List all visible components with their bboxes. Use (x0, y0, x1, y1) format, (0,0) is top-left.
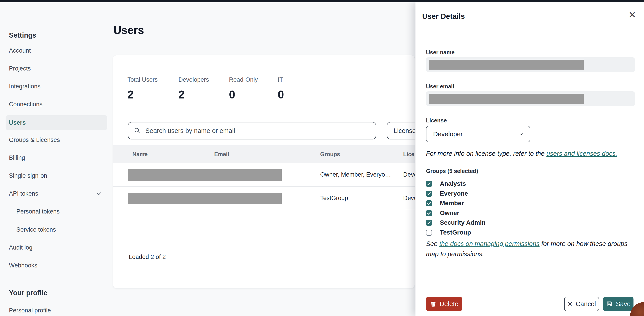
user-name-label: User name (426, 49, 454, 56)
stat-value: 2 (178, 88, 209, 101)
row-groups-cell: TestGroup (320, 187, 348, 210)
group-label: Everyone (440, 190, 468, 197)
stat-total-users: Total Users 2 (128, 76, 158, 101)
top-bar (0, 0, 644, 2)
cancel-button[interactable]: ✕ Cancel (564, 297, 599, 311)
license-select-value: Developer (433, 130, 463, 138)
search-input[interactable] (145, 127, 370, 135)
stat-developers: Developers 2 (178, 76, 209, 101)
table-row[interactable]: Owner, Member, Everyo… Developer (113, 163, 415, 187)
cancel-button-label: Cancel (576, 300, 596, 308)
groups-label: Groups (5 selected) (426, 168, 478, 174)
users-licenses-docs-link[interactable]: users and licenses docs. (546, 150, 618, 157)
sidebar-heading-settings: Settings (9, 30, 36, 41)
column-header-license[interactable]: License (403, 145, 415, 163)
delete-button[interactable]: Delete (426, 297, 462, 311)
save-disk-icon (606, 300, 613, 307)
sidebar-item-personal-profile[interactable]: Personal profile (9, 305, 51, 316)
group-checkbox-analysts[interactable]: Analysts (426, 179, 466, 188)
table-row[interactable]: TestGroup Developer (113, 187, 415, 210)
sidebar-item-account[interactable]: Account (9, 45, 31, 56)
group-label: Security Admin (440, 219, 486, 226)
sidebar-item-users[interactable]: Users (6, 115, 107, 130)
loaded-status: Loaded 2 of 2 (129, 253, 166, 260)
stat-label: Read-Only (229, 76, 258, 83)
row-groups-cell: Owner, Member, Everyo… (320, 163, 391, 186)
x-icon: ✕ (567, 300, 572, 308)
group-checkbox-everyone[interactable]: Everyone (426, 189, 468, 198)
group-checkbox-security-admin[interactable]: Security Admin (426, 218, 486, 227)
group-checkbox-member[interactable]: Member (426, 199, 464, 207)
sort-ascending-icon[interactable]: ^ (144, 146, 146, 164)
close-icon[interactable]: ✕ (628, 10, 636, 19)
settings-sidebar: Settings Account Projects Integrations C… (0, 2, 113, 316)
sidebar-item-groups-licenses[interactable]: Groups & Licenses (9, 135, 60, 145)
panel-footer: Delete ✕ Cancel Save (416, 292, 644, 316)
column-header-email[interactable]: Email (214, 145, 229, 163)
row-license-cell: Developer (403, 163, 415, 186)
group-checkbox-testgroup[interactable]: TestGroup (426, 228, 471, 237)
page-title: Users (113, 24, 144, 37)
sidebar-item-projects[interactable]: Projects (9, 63, 31, 74)
users-card: Total Users 2 Developers 2 Read-Only 0 I… (113, 55, 415, 288)
sidebar-item-billing[interactable]: Billing (9, 152, 25, 163)
permissions-note: See the docs on managing permissions for… (426, 239, 636, 259)
stat-label: IT (278, 76, 284, 83)
sidebar-heading-your-profile: Your profile (9, 287, 48, 298)
save-button-label: Save (616, 300, 630, 308)
user-details-panel: User Details ✕ User name User email Lice… (416, 2, 644, 316)
license-label: License (426, 117, 447, 124)
chevron-down-icon (518, 131, 524, 137)
checkbox-checked-icon (426, 210, 432, 216)
checkbox-unchecked-icon (426, 230, 432, 236)
checkbox-checked-icon (426, 191, 432, 197)
sidebar-item-service-tokens[interactable]: Service tokens (16, 224, 56, 235)
checkbox-checked-icon (426, 200, 432, 206)
trash-icon (430, 300, 436, 307)
search-icon (134, 127, 141, 134)
stat-read-only: Read-Only 0 (229, 76, 258, 101)
license-note-text: For more info on license type, refer to … (426, 150, 546, 157)
user-email-field[interactable] (426, 91, 635, 106)
stat-label: Developers (178, 76, 209, 83)
group-label: Owner (440, 209, 459, 217)
stat-it: IT 0 (278, 76, 284, 101)
checkbox-checked-icon (426, 181, 432, 187)
user-search (128, 122, 376, 139)
group-label: Member (440, 200, 464, 207)
chevron-down-icon (96, 191, 102, 196)
checkbox-checked-icon (426, 220, 432, 226)
sidebar-item-single-sign-on[interactable]: Single sign-on (9, 170, 47, 181)
permissions-note-text: See (426, 240, 440, 247)
save-button[interactable]: Save (603, 297, 634, 311)
panel-header-divider (416, 35, 644, 35)
stat-label: Total Users (128, 76, 158, 83)
stat-value: 0 (229, 88, 258, 101)
row-license-cell: Developer (403, 187, 415, 210)
redacted-name-email (128, 169, 282, 181)
group-label: TestGroup (440, 229, 471, 236)
managing-permissions-docs-link[interactable]: the docs on managing permissions (440, 240, 540, 247)
license-filter-button[interactable]: License (387, 122, 415, 139)
column-header-groups[interactable]: Groups (320, 145, 340, 163)
table-header: Name ^ Email Groups License (113, 145, 415, 163)
sidebar-item-api-tokens-label: API tokens (9, 188, 38, 199)
group-checkbox-owner[interactable]: Owner (426, 209, 459, 217)
redacted-name-email (128, 193, 282, 204)
redacted-user-email (429, 94, 584, 104)
sidebar-item-users-label: Users (9, 119, 26, 126)
license-select[interactable]: Developer (426, 126, 530, 142)
sidebar-item-connections[interactable]: Connections (9, 99, 42, 110)
sidebar-item-audit-log[interactable]: Audit log (9, 242, 32, 253)
sidebar-item-personal-tokens[interactable]: Personal tokens (16, 206, 60, 217)
stat-value: 0 (278, 88, 284, 101)
sidebar-item-webhooks[interactable]: Webhooks (9, 260, 37, 271)
stat-value: 2 (128, 88, 158, 101)
group-label: Analysts (440, 180, 466, 187)
redacted-user-name (429, 60, 584, 70)
sidebar-item-integrations[interactable]: Integrations (9, 81, 40, 92)
user-name-field[interactable] (426, 57, 635, 72)
license-filter-label: License (394, 127, 415, 135)
delete-button-label: Delete (440, 300, 458, 308)
sidebar-item-api-tokens[interactable]: API tokens (9, 188, 102, 199)
